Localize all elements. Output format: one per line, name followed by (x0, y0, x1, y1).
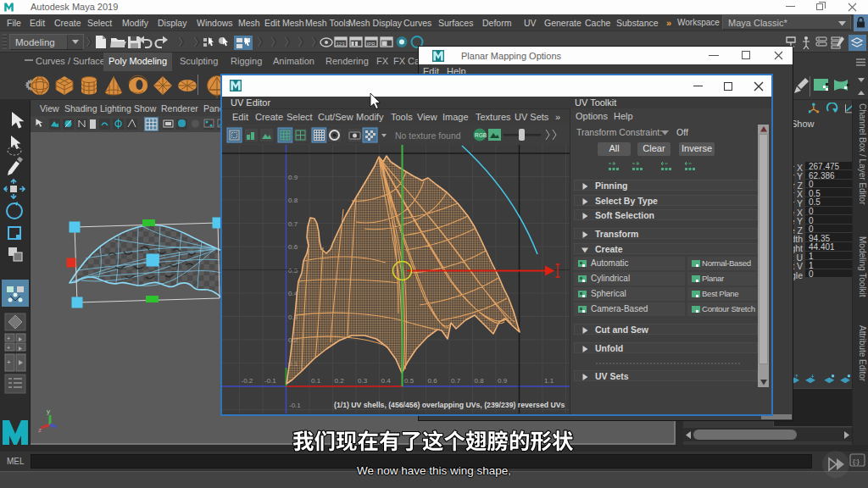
svg-text:{:}: {:} (853, 458, 860, 465)
